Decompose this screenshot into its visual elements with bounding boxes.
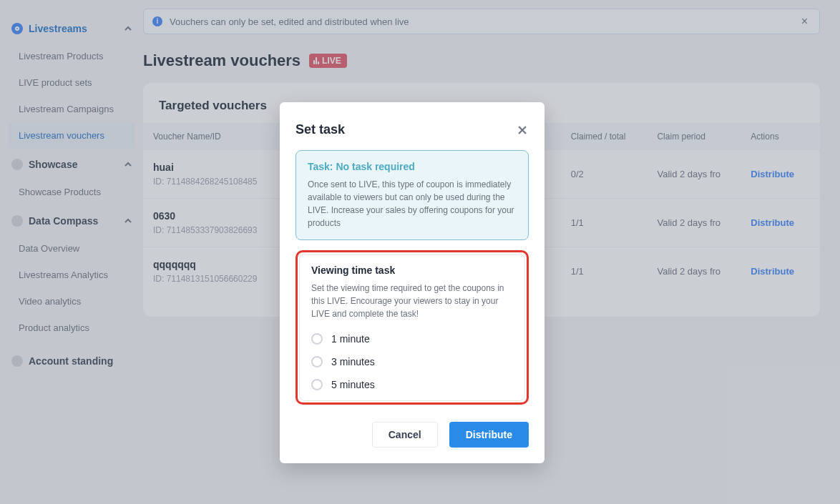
task-option-no-task[interactable]: Task: No task required Once sent to LIVE… [296,150,529,240]
distribute-button[interactable]: Distribute [449,422,529,448]
tutorial-highlight: Viewing time task Set the viewing time r… [296,250,529,405]
viewing-time-option-1min[interactable]: 1 minute [311,333,513,345]
viewing-time-option-5min[interactable]: 5 minutes [311,379,513,390]
task-title: Viewing time task [311,265,513,276]
task-option-viewing-time[interactable]: Viewing time task Set the viewing time r… [299,254,525,401]
option-label: 3 minutes [331,356,375,367]
radio-icon [311,379,323,390]
modal-close-button[interactable] [516,124,529,137]
task-description: Set the viewing time required to get the… [311,282,513,320]
option-label: 5 minutes [331,379,375,390]
task-description: Once sent to LIVE, this type of coupon i… [308,178,517,229]
viewing-time-option-3min[interactable]: 3 minutes [311,356,513,367]
task-title: Task: No task required [308,161,517,172]
modal-title: Set task [296,122,516,137]
cancel-button[interactable]: Cancel [372,422,438,448]
close-icon [517,125,527,135]
option-label: 1 minute [331,333,370,345]
set-task-modal: Set task Task: No task required Once sen… [280,102,544,463]
radio-icon [311,356,323,367]
radio-icon [311,333,323,345]
